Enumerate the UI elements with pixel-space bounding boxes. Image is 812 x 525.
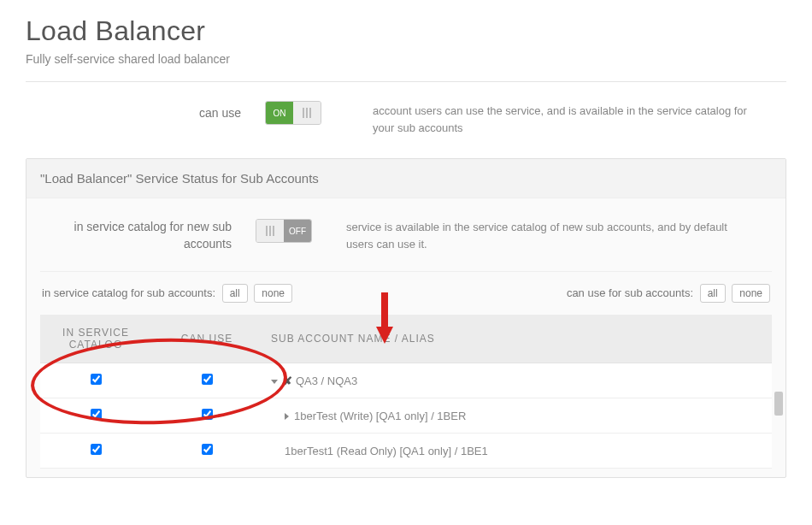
catalog-none-button[interactable]: none [254,284,292,303]
can-use-desc: account users can use the service, and i… [321,101,786,136]
divider [26,81,786,82]
catalog-all-button[interactable]: all [222,284,248,303]
sub-account-name: 1berTest (Write) [QA1 only] / 1BER [294,410,466,422]
in-catalog-checkbox[interactable] [91,444,102,455]
in-catalog-checkbox[interactable] [91,409,102,420]
caret-down-icon[interactable] [271,380,278,384]
sub-account-name: 1berTest1 (Read Only) [QA1 only] / 1BE1 [285,445,488,457]
canuse-all-button[interactable]: all [700,284,726,303]
can-use-checkbox[interactable] [202,409,213,420]
can-use-checkbox[interactable] [202,444,213,455]
sub-default-label: in service catalog for new sub accounts [40,219,256,252]
divider [40,271,772,272]
table-row: ✘QA3 / NQA3 [40,363,772,398]
filter-left-label: in service catalog for sub accounts: [42,286,215,299]
x-icon: ✘ [283,375,292,387]
can-use-checkbox[interactable] [202,374,213,385]
can-use-label: can use [26,101,265,120]
in-catalog-checkbox[interactable] [91,374,102,385]
sub-default-row: in service catalog for new sub accounts … [40,219,772,252]
toggle-on-label: ON [266,102,293,124]
toggle-grip [256,220,284,242]
panel-heading: "Load Balancer" Service Status for Sub A… [26,159,786,198]
col-header-in-service-catalog[interactable]: IN SERVICE CATALOG [40,315,151,363]
filter-left: in service catalog for sub accounts: all… [42,284,292,303]
table-row: 1berTest1 (Read Only) [QA1 only] / 1BE1 [40,434,772,469]
sub-accounts-table: IN SERVICE CATALOG CAN USE SUB ACCOUNT N… [40,315,772,469]
can-use-toggle[interactable]: ON [265,101,321,125]
page-subtitle: Fully self-service shared load balancer [26,52,786,66]
filter-right: can use for sub accounts: all none [567,284,770,303]
toggle-off-label: OFF [284,220,311,242]
sub-accounts-panel: "Load Balancer" Service Status for Sub A… [26,158,786,478]
table-scrollbar[interactable] [774,392,783,416]
can-use-row: can use ON account users can use the ser… [26,101,786,158]
sub-account-name: QA3 / NQA3 [296,375,357,387]
toggle-grip [293,102,321,124]
filter-right-label: can use for sub accounts: [567,286,693,299]
col-header-sub-account-name[interactable]: SUB ACCOUNT NAME / ALIAS [262,315,772,363]
sub-default-desc: service is available in the service cata… [312,219,772,252]
sub-default-toggle[interactable]: OFF [256,219,312,243]
page-title: Load Balancer [26,15,786,47]
col-header-can-use[interactable]: CAN USE [151,315,262,363]
table-row: 1berTest (Write) [QA1 only] / 1BER [40,398,772,434]
caret-right-icon[interactable] [285,413,289,420]
filters-row: in service catalog for sub accounts: all… [40,284,772,315]
canuse-none-button[interactable]: none [732,284,770,303]
